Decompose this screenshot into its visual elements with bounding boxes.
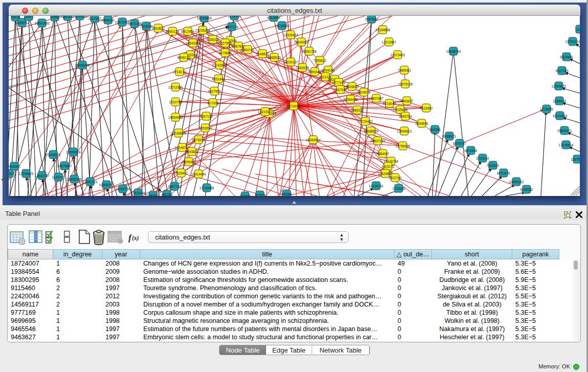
svg-text:2967608: 2967608	[232, 45, 245, 48]
svg-text:9474444: 9474444	[464, 149, 477, 152]
svg-text:18310027: 18310027	[258, 110, 273, 114]
svg-text:482759: 482759	[161, 193, 172, 196]
svg-text:129234: 129234	[239, 194, 251, 196]
svg-text:8454749: 8454749	[241, 48, 254, 52]
svg-text:0466160: 0466160	[101, 18, 115, 22]
svg-text:10958167: 10958167	[99, 183, 114, 187]
svg-text:7986322: 7986322	[351, 108, 364, 112]
svg-text:1362635: 1362635	[296, 66, 309, 70]
svg-text:9218506: 9218506	[228, 16, 241, 18]
svg-text:19756928: 19756928	[396, 144, 410, 148]
svg-text:18220137: 18220137	[284, 60, 298, 64]
svg-text:9146821: 9146821	[256, 52, 269, 56]
svg-text:17359924: 17359924	[66, 150, 81, 154]
svg-text:2087682: 2087682	[365, 17, 378, 21]
svg-text:6879197: 6879197	[453, 142, 466, 145]
svg-text:8938923: 8938923	[443, 135, 456, 138]
svg-text:8186323: 8186323	[206, 38, 220, 41]
svg-text:10025438: 10025438	[393, 108, 408, 112]
svg-text:1527602: 1527602	[88, 17, 101, 20]
svg-text:9794028: 9794028	[321, 69, 335, 72]
svg-text:9857791: 9857791	[168, 185, 181, 188]
svg-text:18724007: 18724007	[287, 104, 301, 108]
svg-text:12213967: 12213967	[382, 40, 397, 44]
svg-text:10807487: 10807487	[369, 97, 384, 100]
svg-text:1215955: 1215955	[540, 107, 553, 111]
svg-text:10653528: 10653528	[73, 16, 88, 18]
svg-text:12156829: 12156829	[19, 172, 34, 176]
svg-text:23242848: 23242848	[212, 63, 227, 67]
svg-text:20364436: 20364436	[343, 98, 358, 101]
svg-text:23991: 23991	[24, 16, 33, 18]
svg-text:9329966: 9329966	[560, 55, 573, 59]
svg-text:17016504: 17016504	[559, 143, 574, 147]
svg-text:1353594: 1353594	[199, 126, 212, 130]
svg-text:16033809: 16033809	[197, 16, 212, 20]
svg-text:19975857: 19975857	[57, 164, 72, 168]
svg-text:14099483: 14099483	[182, 160, 197, 164]
svg-text:391517: 391517	[9, 172, 15, 176]
svg-text:15751074: 15751074	[565, 40, 580, 43]
svg-text:(x): (x)	[132, 235, 139, 242]
svg-text:13720407: 13720407	[358, 120, 373, 123]
svg-text:8912954: 8912954	[181, 30, 194, 33]
svg-text:1010755: 1010755	[169, 100, 182, 104]
svg-text:8960124: 8960124	[166, 30, 179, 33]
svg-text:10654162: 10654162	[509, 180, 524, 184]
svg-text:7357224: 7357224	[225, 25, 238, 29]
svg-text:7955812: 7955812	[313, 59, 326, 62]
svg-text:19960: 19960	[50, 16, 59, 19]
svg-text:16210643: 16210643	[553, 114, 568, 118]
svg-text:16475: 16475	[11, 16, 20, 19]
svg-text:7515546: 7515546	[140, 25, 153, 28]
svg-text:7625402: 7625402	[175, 171, 188, 175]
svg-text:10688609: 10688609	[364, 129, 379, 133]
svg-text:12325419: 12325419	[284, 33, 298, 37]
svg-text:9777169: 9777169	[332, 81, 345, 84]
svg-text:2718170: 2718170	[173, 70, 186, 74]
svg-text:20053346: 20053346	[75, 63, 90, 67]
svg-text:9463627: 9463627	[400, 99, 413, 103]
svg-text:20206576: 20206576	[46, 153, 61, 157]
svg-text:1292344: 1292344	[146, 194, 160, 196]
svg-text:16543362: 16543362	[186, 41, 201, 45]
svg-text:23226058: 23226058	[195, 29, 210, 32]
svg-text:1167534: 1167534	[571, 158, 580, 161]
svg-text:19166825: 19166825	[171, 132, 186, 135]
svg-text:16782759: 16782759	[116, 187, 130, 191]
svg-text:6216045: 6216045	[383, 102, 396, 105]
svg-text:12923448: 12923448	[131, 191, 146, 195]
svg-text:19654985: 19654985	[168, 116, 183, 119]
svg-text:417005: 417005	[207, 101, 219, 105]
svg-text:14055712: 14055712	[15, 21, 30, 25]
svg-text:7663822: 7663822	[151, 27, 165, 30]
svg-text:10648764: 10648764	[446, 50, 461, 53]
svg-text:2522740: 2522740	[388, 176, 402, 180]
svg-text:12905135: 12905135	[67, 178, 82, 181]
svg-text:1117: 1117	[576, 28, 580, 31]
svg-text:3175685: 3175685	[219, 51, 232, 55]
svg-text:8990443: 8990443	[308, 70, 321, 74]
svg-text:12093872: 12093872	[552, 84, 567, 88]
svg-text:9327505: 9327505	[219, 41, 232, 45]
svg-text:3495754: 3495754	[399, 115, 412, 118]
svg-text:1244419: 1244419	[553, 99, 566, 103]
svg-text:9884067: 9884067	[376, 152, 389, 156]
svg-text:9115460: 9115460	[420, 106, 433, 110]
svg-text:13716485: 13716485	[200, 186, 214, 190]
svg-text:8813054: 8813054	[267, 16, 280, 19]
svg-text:164095: 164095	[429, 128, 441, 132]
svg-text:7485063: 7485063	[398, 69, 411, 72]
svg-text:13654923: 13654923	[397, 129, 412, 133]
svg-text:13524851: 13524851	[378, 172, 393, 176]
svg-text:18807249: 18807249	[371, 139, 385, 143]
svg-text:9427552: 9427552	[208, 90, 221, 93]
svg-text:3493822: 3493822	[185, 150, 199, 154]
svg-text:17957223: 17957223	[83, 180, 98, 184]
svg-text:3267130: 3267130	[200, 115, 213, 118]
svg-text:8471676: 8471676	[497, 171, 510, 175]
svg-text:109581: 109581	[281, 192, 292, 196]
svg-text:2135114: 2135114	[476, 157, 489, 160]
svg-text:2643901: 2643901	[9, 165, 21, 168]
svg-text:8031442: 8031442	[212, 77, 225, 81]
